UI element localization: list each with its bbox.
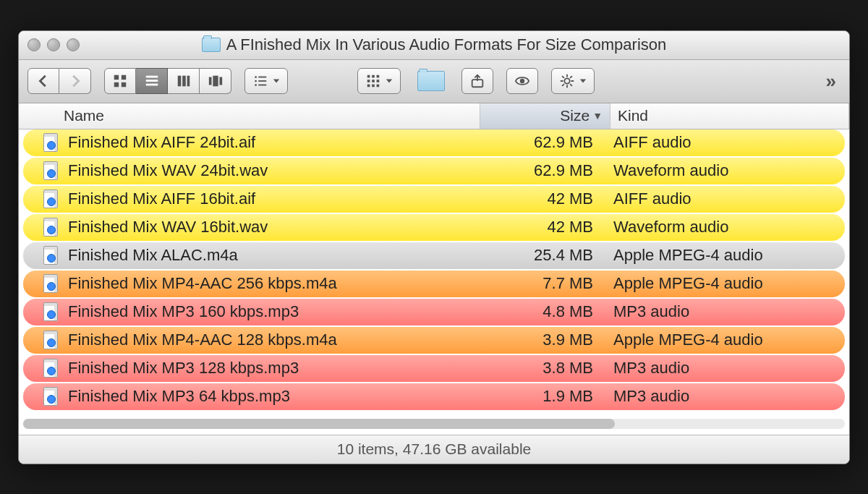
audio-file-icon bbox=[43, 274, 58, 293]
file-icon-cell bbox=[23, 133, 61, 152]
share-button[interactable] bbox=[461, 68, 493, 94]
file-row[interactable]: Finished Mix MP4-AAC 128 kbps.m4a3.9 MBA… bbox=[23, 327, 845, 354]
svg-rect-24 bbox=[377, 80, 380, 82]
arrange-button[interactable] bbox=[244, 68, 288, 94]
file-kind: AIFF audio bbox=[606, 133, 845, 152]
column-headers: Name Size ▼ Kind bbox=[19, 103, 849, 129]
file-size: 62.9 MB bbox=[476, 133, 606, 152]
file-icon-cell bbox=[23, 246, 61, 265]
nav-buttons bbox=[27, 68, 91, 94]
file-name: Finished Mix WAV 24bit.wav bbox=[61, 161, 476, 180]
svg-point-17 bbox=[255, 84, 257, 86]
svg-line-37 bbox=[562, 84, 564, 86]
back-icon bbox=[35, 73, 51, 89]
minimize-button[interactable] bbox=[47, 38, 60, 51]
file-size: 4.8 MB bbox=[476, 302, 606, 321]
file-icon-cell bbox=[23, 331, 61, 349]
svg-rect-10 bbox=[208, 77, 211, 85]
quicklook-button[interactable] bbox=[506, 68, 538, 94]
action-button[interactable] bbox=[551, 68, 595, 94]
file-row[interactable]: Finished Mix ALAC.m4a25.4 MBApple MPEG-4… bbox=[23, 242, 845, 269]
file-kind: AIFF audio bbox=[606, 189, 845, 208]
svg-rect-12 bbox=[219, 77, 222, 85]
svg-rect-3 bbox=[122, 82, 126, 87]
file-icon-cell bbox=[23, 359, 61, 378]
file-row[interactable]: Finished Mix MP3 64 kbps.mp31.9 MBMP3 au… bbox=[23, 383, 845, 410]
file-row[interactable]: Finished Mix MP3 160 kbps.mp34.8 MBMP3 a… bbox=[23, 299, 845, 325]
eye-icon bbox=[514, 73, 530, 89]
zoom-button[interactable] bbox=[67, 38, 80, 51]
svg-rect-14 bbox=[258, 77, 266, 78]
svg-rect-1 bbox=[122, 75, 126, 80]
file-name: Finished Mix ALAC.m4a bbox=[61, 246, 476, 265]
svg-rect-18 bbox=[258, 85, 266, 86]
svg-rect-6 bbox=[145, 84, 158, 86]
file-row[interactable]: Finished Mix AIFF 24bit.aif62.9 MBAIFF a… bbox=[23, 129, 845, 156]
file-size: 42 MB bbox=[476, 218, 606, 237]
file-kind: Waveform audio bbox=[606, 161, 845, 180]
file-icon-cell bbox=[23, 274, 61, 293]
list-icon bbox=[144, 73, 160, 89]
view-mode-buttons bbox=[104, 68, 231, 94]
chevron-down-icon bbox=[386, 77, 393, 85]
close-button[interactable] bbox=[27, 38, 41, 51]
coverflow-icon bbox=[208, 73, 224, 89]
file-size: 7.7 MB bbox=[476, 274, 606, 293]
file-list: Finished Mix AIFF 24bit.aif62.9 MBAIFF a… bbox=[19, 129, 849, 412]
svg-rect-2 bbox=[114, 82, 119, 87]
column-name[interactable]: Name bbox=[56, 103, 480, 129]
svg-point-29 bbox=[520, 79, 524, 83]
file-row[interactable]: Finished Mix MP3 128 kbps.mp33.8 MBMP3 a… bbox=[23, 355, 845, 382]
horizontal-scrollbar[interactable] bbox=[23, 419, 845, 429]
window-title: A FInished Mix In Various Audio Formats … bbox=[226, 35, 667, 54]
file-size: 25.4 MB bbox=[476, 246, 606, 265]
share-icon bbox=[469, 73, 485, 89]
file-name: Finished Mix AIFF 24bit.aif bbox=[61, 133, 476, 152]
svg-rect-11 bbox=[213, 76, 218, 87]
file-name: Finished Mix MP3 128 kbps.mp3 bbox=[61, 359, 476, 378]
sort-descending-icon: ▼ bbox=[592, 110, 603, 122]
file-name: Finished Mix WAV 16bit.wav bbox=[61, 218, 476, 237]
gear-icon bbox=[559, 73, 575, 89]
file-size: 1.9 MB bbox=[476, 387, 606, 406]
coverflow-view-button[interactable] bbox=[200, 68, 231, 94]
svg-point-15 bbox=[255, 80, 257, 82]
file-row[interactable]: Finished Mix MP4-AAC 256 kbps.m4a7.7 MBA… bbox=[23, 271, 845, 297]
chevron-down-icon bbox=[273, 77, 280, 85]
audio-file-icon bbox=[43, 302, 58, 321]
audio-file-icon bbox=[43, 161, 58, 180]
scrollbar-thumb[interactable] bbox=[23, 419, 615, 429]
item-arrangement-button[interactable] bbox=[357, 68, 401, 94]
column-view-button[interactable] bbox=[168, 68, 200, 94]
titlebar[interactable]: A FInished Mix In Various Audio Formats … bbox=[19, 31, 849, 60]
svg-rect-4 bbox=[145, 76, 158, 78]
column-size[interactable]: Size ▼ bbox=[480, 103, 610, 129]
svg-rect-25 bbox=[367, 85, 370, 88]
svg-rect-21 bbox=[377, 75, 380, 78]
column-spacer bbox=[19, 103, 56, 129]
status-bar: 10 items, 47.16 GB available bbox=[19, 435, 849, 464]
forward-button[interactable] bbox=[59, 68, 91, 94]
toolbar-overflow-button[interactable]: » bbox=[826, 70, 841, 93]
svg-rect-16 bbox=[258, 80, 266, 82]
icon-view-button[interactable] bbox=[104, 68, 136, 94]
file-row[interactable]: Finished Mix WAV 16bit.wav42 MBWaveform … bbox=[23, 214, 845, 241]
arrange-button-group bbox=[244, 68, 288, 94]
svg-rect-7 bbox=[177, 76, 181, 87]
audio-file-icon bbox=[43, 331, 58, 349]
file-size: 3.9 MB bbox=[476, 331, 606, 349]
arrange-icon bbox=[252, 73, 268, 89]
file-name: Finished Mix MP4-AAC 256 kbps.m4a bbox=[61, 274, 476, 293]
file-row[interactable]: Finished Mix WAV 24bit.wav62.9 MBWavefor… bbox=[23, 158, 845, 184]
file-row[interactable]: Finished Mix AIFF 16bit.aif42 MBAIFF aud… bbox=[23, 186, 845, 213]
folder-icon bbox=[417, 71, 445, 91]
status-text: 10 items, 47.16 GB available bbox=[337, 440, 532, 458]
column-kind[interactable]: Kind bbox=[610, 103, 849, 129]
open-folder-button[interactable] bbox=[414, 68, 448, 94]
file-icon-cell bbox=[23, 218, 61, 237]
list-view-button[interactable] bbox=[136, 68, 168, 94]
back-button[interactable] bbox=[27, 68, 59, 94]
svg-rect-26 bbox=[372, 85, 375, 88]
svg-rect-0 bbox=[114, 75, 119, 80]
finder-window: A FInished Mix In Various Audio Formats … bbox=[18, 30, 850, 464]
